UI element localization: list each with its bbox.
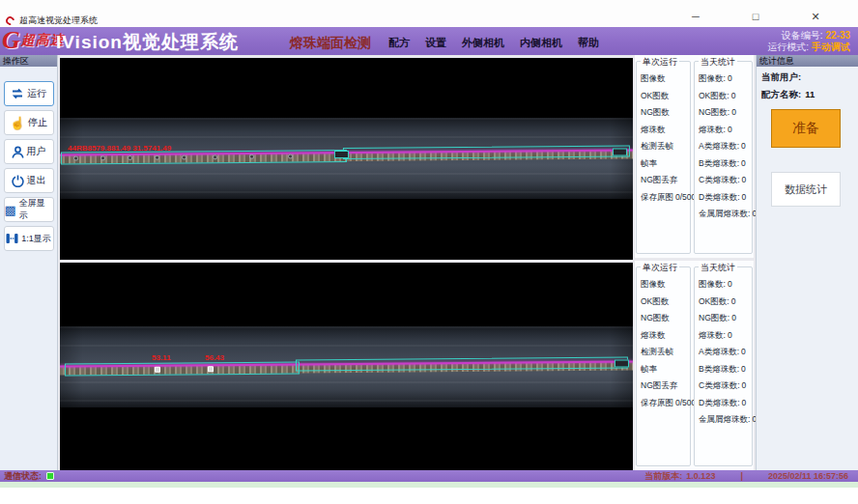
app-header: G 超高速 IVision视觉处理系统 熔珠端面检测 配方 设置 外侧相机 内侧… (0, 27, 858, 55)
run-button[interactable]: 运行 (4, 81, 54, 106)
stat-row: 检测丢帧 (641, 344, 690, 361)
measurement-annotation: 56.43 (205, 353, 224, 362)
defect-marker (208, 366, 214, 372)
fullscreen-grid-icon: ▩ (5, 204, 16, 216)
stat-row: 熔珠数:0 (699, 122, 752, 139)
single-run-group: 单次运行 图像数 OK图数 NG图数 熔珠数 检测丢帧 帧率 NG图丢弃 保存原… (636, 61, 691, 254)
prepare-button[interactable]: 准备 (771, 109, 841, 148)
app-window: 超高速视觉处理系统 ─ □ ✕ G 超高速 IVision视觉处理系统 熔珠端面… (0, 0, 858, 504)
device-id-label: 设备编号: (782, 30, 823, 41)
menu-item-settings[interactable]: 设置 (425, 36, 446, 50)
power-icon (12, 175, 24, 187)
strip-feature (249, 154, 254, 159)
recipe-name-value: 11 (805, 89, 815, 99)
stat-row: B类熔珠数:0 (699, 155, 752, 173)
stat-row: NG图数:0 (699, 310, 752, 327)
comm-status-green-indicator (46, 472, 54, 480)
window-titlebar: 超高速视觉处理系统 ─ □ ✕ (0, 0, 858, 27)
main-menu: 配方 设置 外侧相机 内侧相机 帮助 (388, 36, 599, 50)
stop-button[interactable]: ☝ 停止 (4, 110, 54, 135)
strip-feature (213, 154, 217, 159)
strip-feature (155, 155, 159, 160)
segment-marker (334, 151, 349, 158)
measurement-annotation: 53.11 (152, 353, 171, 362)
one-to-one-button-label: 1:1显示 (21, 233, 51, 245)
menu-item-inner-camera[interactable]: 内侧相机 (520, 36, 562, 50)
menu-item-help[interactable]: 帮助 (578, 36, 599, 50)
stats-panel-top: 单次运行 图像数 OK图数 NG图数 熔珠数 检测丢帧 帧率 NG图丢弃 保存原… (635, 55, 754, 258)
data-statistics-button[interactable]: 数据统计 (771, 172, 841, 207)
stop-button-label: 停止 (28, 116, 47, 129)
recipe-name-label: 配方名称: (761, 89, 801, 99)
status-separator: | (740, 471, 743, 481)
strip-feature (182, 154, 186, 159)
camera-view-bottom: 53.11 56.43 (60, 263, 633, 470)
sidebar-title: 操作区 (0, 55, 57, 67)
stat-row: 熔珠数 (641, 327, 690, 345)
exit-button-label: 退出 (27, 174, 46, 187)
fullscreen-button[interactable]: ▩ 全屏显示 (4, 197, 54, 222)
user-button[interactable]: 用户 (4, 139, 54, 164)
stat-row: A类熔珠数:0 (699, 344, 752, 361)
comm-status-label: 通信状态: (4, 470, 42, 483)
stop-hand-icon: ☝ (10, 117, 25, 129)
logo-swoosh-icon: G (2, 28, 20, 53)
stat-row: 金属屑熔珠数:0 (699, 206, 752, 223)
run-cycle-icon (11, 88, 24, 99)
stat-row: NG图丢弃 (641, 172, 690, 189)
stat-row: 熔珠数 (641, 122, 690, 139)
stat-row: NG图数:0 (699, 104, 752, 122)
stat-row: NG图数 (641, 104, 690, 122)
operation-sidebar: 操作区 运行 ☝ 停止 用户 退出 (0, 55, 58, 470)
segment-marker (613, 148, 627, 155)
stat-row: 图像数 (641, 70, 690, 88)
bottom-green-strip (0, 482, 858, 488)
stat-row: A类熔珠数:0 (699, 138, 752, 155)
menu-item-outer-camera[interactable]: 外侧相机 (462, 36, 504, 50)
run-mode-label: 运行模式: (767, 42, 809, 52)
stat-row: 帧率 (641, 155, 690, 173)
stat-row: 图像数 (641, 276, 690, 294)
strip-feature (100, 155, 105, 160)
run-mode-value: 手动调试 (812, 42, 850, 52)
stat-row: D类熔珠数:0 (699, 395, 752, 412)
one-to-one-button[interactable]: 1:1显示 (4, 226, 54, 251)
segment-marker (615, 359, 629, 367)
statistics-info-title: 统计信息 (757, 55, 858, 67)
run-button-label: 运行 (27, 87, 46, 100)
stat-row: NG图数 (641, 310, 690, 327)
menu-item-recipe[interactable]: 配方 (388, 36, 410, 50)
fullscreen-button-label: 全屏显示 (19, 197, 53, 222)
strip-feature (128, 155, 132, 160)
stat-row: OK图数:0 (699, 88, 752, 105)
minimize-button[interactable]: ─ (688, 11, 703, 23)
today-stats-group: 当天统计 图像数:0 OK图数:0 NG图数:0 熔珠数:0 A类熔珠数:0 B… (694, 266, 753, 466)
camera-view-top: 44RB8579.881.49 31.5741.49 (60, 58, 633, 260)
exit-button[interactable]: 退出 (4, 168, 54, 193)
close-button[interactable]: ✕ (808, 11, 823, 23)
status-bar: 通信状态: 当前版本: 1.0.123 | 2025/02/11 16:57:5… (0, 470, 858, 482)
stat-row: C类熔珠数:0 (699, 172, 752, 189)
group-title: 当天统计 (699, 262, 737, 274)
stat-row: C类熔珠数:0 (699, 378, 752, 395)
datetime-value: 2025/02/11 16:57:56 (768, 471, 848, 481)
app-logo-small-icon (4, 14, 16, 27)
device-id-value: 22-33 (825, 30, 850, 41)
maximize-button[interactable]: □ (748, 11, 763, 23)
stat-row: 图像数:0 (699, 70, 752, 88)
version-value: 1.0.123 (686, 471, 715, 481)
stat-row: 金属屑熔珠数:0 (699, 411, 752, 429)
strip-feature (288, 154, 293, 158)
defect-marker (155, 367, 160, 373)
version-label: 当前版本: (644, 470, 682, 483)
app-subtitle: 熔珠端面检测 (290, 35, 371, 52)
stat-row: D类熔珠数:0 (699, 189, 752, 207)
group-title: 当天统计 (699, 56, 737, 69)
stat-row: NG图丢弃 (641, 378, 690, 395)
window-title: 超高速视觉处理系统 (19, 14, 98, 27)
single-run-group: 单次运行 图像数 OK图数 NG图数 熔珠数 检测丢帧 帧率 NG图丢弃 保存原… (636, 266, 691, 466)
user-icon (12, 146, 24, 158)
detection-roi-box (65, 361, 300, 376)
current-user-label: 当前用户: (761, 71, 801, 82)
stat-row: 图像数:0 (699, 276, 752, 294)
